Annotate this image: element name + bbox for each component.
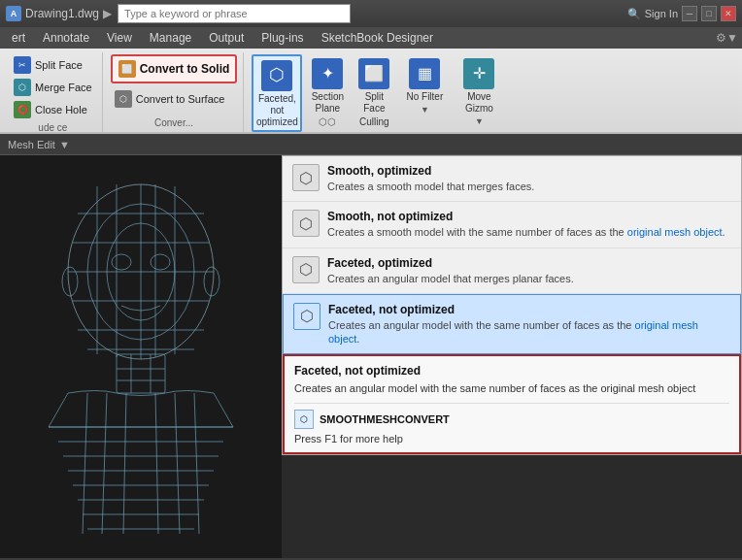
faceted-not-optimized-button[interactable]: ⬡ Faceted,not optimized <box>252 54 302 132</box>
section-plane-icon: ✦ <box>312 58 343 89</box>
merge-face-button[interactable]: ⬡ Merge Face <box>10 77 96 98</box>
convert-surface-label: Convert to Surface <box>136 93 225 105</box>
faceted-not-optimized-label: Faceted,not optimized <box>255 93 298 128</box>
search-bar[interactable] <box>118 4 351 23</box>
smooth-not-optimized-link: original mesh object <box>627 226 723 238</box>
culling-label: Split Face <box>354 91 393 115</box>
ribbon-group-view: ⬡ Faceted,not optimized ✦ SectionPlane ⬡… <box>246 52 510 132</box>
split-face-icon: ✂ <box>14 56 31 74</box>
smooth-not-optimized-icon: ⬡ <box>292 210 320 237</box>
face-group-label: ude ce <box>38 122 67 135</box>
convert-solid-label: Convert to Solid <box>140 62 230 76</box>
search-icon[interactable]: 🔍 <box>627 8 641 20</box>
faceted-not-optimized-menu-icon: ⬡ <box>293 303 320 330</box>
menu-item-manage[interactable]: Manage <box>142 29 199 47</box>
file-arrow: ▶ <box>103 7 112 20</box>
section-plane-extra-icon[interactable]: ⬡⬡ <box>319 116 336 128</box>
convert-group-label: Conver... <box>154 117 193 130</box>
info-box-help: Press F1 for more help <box>294 433 729 445</box>
filename-label: Drawing1.dwg <box>25 7 99 20</box>
menu-item-view[interactable]: View <box>99 29 140 47</box>
info-box-desc: Creates an angular model with the same n… <box>294 381 729 396</box>
viewport[interactable] <box>0 155 282 558</box>
dropdown-item-smooth-optimized[interactable]: ⬡ Smooth, optimized Creates a smooth mod… <box>283 156 741 202</box>
menu-item-insert[interactable]: ert <box>4 29 33 47</box>
minimize-button[interactable]: ─ <box>682 6 697 21</box>
no-filter-button[interactable]: ▦ No Filter ▼ <box>399 54 450 117</box>
dropdown-menu: ⬡ Smooth, optimized Creates a smooth mod… <box>282 155 742 455</box>
smooth-not-optimized-desc: Creates a smooth model with the same num… <box>327 226 725 238</box>
ribbon-group-convert: ⬜ Convert to Solid ⬡ Convert to Surface … <box>105 52 245 132</box>
split-face-label: Split Face <box>35 59 83 71</box>
mesh-edit-dropdown-arrow[interactable]: ▼ <box>59 139 70 150</box>
info-box: Faceted, not optimized Creates an angula… <box>283 354 741 453</box>
faceted-optimized-text: Faceted, optimized Creates an angular mo… <box>327 256 731 285</box>
culling-text: Culling <box>359 116 389 128</box>
menu-item-sketchbook[interactable]: SketchBook Designer <box>314 29 441 47</box>
smooth-not-optimized-text: Smooth, not optimized Creates a smooth m… <box>327 210 731 239</box>
section-plane-label: SectionPlane <box>312 91 344 115</box>
culling-button[interactable]: ⬜ Split Face Culling <box>353 54 395 130</box>
mesh-edit-section[interactable]: Mesh Edit ▼ <box>8 139 70 150</box>
move-gizmo-button[interactable]: ✛ Move Gizmo ▼ <box>454 54 504 129</box>
menu-item-output[interactable]: Output <box>201 29 252 47</box>
smooth-not-optimized-title: Smooth, not optimized <box>327 210 731 223</box>
merge-face-label: Merge Face <box>35 82 92 93</box>
section-plane-button[interactable]: ✦ SectionPlane ⬡⬡ <box>306 54 349 130</box>
move-gizmo-label: Move Gizmo <box>455 91 502 115</box>
no-filter-icon: ▦ <box>409 58 440 89</box>
section-label-bar: Mesh Edit ▼ <box>0 134 742 155</box>
split-face-button[interactable]: ✂ Split Face <box>10 54 96 76</box>
ribbon-group-face: ✂ Split Face ⬡ Merge Face ⭕ Close Hole u… <box>4 52 103 132</box>
title-bar: A Drawing1.dwg ▶ 🔍 Sign In ─ □ ✕ <box>0 0 742 27</box>
close-hole-label: Close Hole <box>35 104 87 115</box>
faceted-optimized-title: Faceted, optimized <box>327 256 731 270</box>
smooth-optimized-text: Smooth, optimized Creates a smooth model… <box>327 164 731 193</box>
faceted-optimized-icon: ⬡ <box>292 256 320 283</box>
menu-item-annotate[interactable]: Annotate <box>35 29 97 47</box>
face-tools-group: ✂ Split Face ⬡ Merge Face ⭕ Close Hole <box>10 54 96 120</box>
restore-button[interactable]: □ <box>701 6 717 21</box>
merge-face-icon: ⬡ <box>14 79 31 96</box>
smooth-optimized-title: Smooth, optimized <box>327 164 731 178</box>
faceted-not-optimized-link: original mesh object <box>328 319 698 345</box>
info-box-command-row: ⬡ SMOOTHMESHCONVERT <box>294 403 729 429</box>
app-icon: A <box>6 6 21 21</box>
ribbon-toggle-icon[interactable]: ⚙▼ <box>716 31 738 45</box>
title-bar-right: 🔍 Sign In ─ □ ✕ <box>627 6 736 21</box>
main-area: ⬡ Smooth, optimized Creates a smooth mod… <box>0 155 742 558</box>
dropdown-item-faceted-optimized[interactable]: ⬡ Faceted, optimized Creates an angular … <box>283 248 741 294</box>
faceted-not-optimized-icon: ⬡ <box>261 60 292 91</box>
culling-icon: ⬜ <box>358 58 389 89</box>
close-hole-button[interactable]: ⭕ Close Hole <box>10 99 96 120</box>
dropdown-item-smooth-not-optimized[interactable]: ⬡ Smooth, not optimized Creates a smooth… <box>283 202 741 247</box>
convert-to-surface-button[interactable]: ⬡ Convert to Surface <box>111 88 238 110</box>
smooth-optimized-icon: ⬡ <box>292 164 320 191</box>
convert-surface-icon: ⬡ <box>115 90 132 108</box>
move-gizmo-arrow[interactable]: ▼ <box>475 116 484 127</box>
menu-bar: ert Annotate View Manage Output Plug-ins… <box>0 27 742 49</box>
no-filter-label: No Filter <box>406 91 443 103</box>
close-hole-icon: ⭕ <box>14 101 31 118</box>
ribbon: ✂ Split Face ⬡ Merge Face ⭕ Close Hole u… <box>0 49 742 134</box>
menu-item-plugins[interactable]: Plug-ins <box>253 29 311 47</box>
title-bar-left: A Drawing1.dwg ▶ <box>6 6 112 21</box>
info-box-cmd-text: SMOOTHMESHCONVERT <box>320 413 450 425</box>
search-input[interactable] <box>124 8 344 19</box>
info-box-title: Faceted, not optimized <box>294 364 729 378</box>
dropdown-item-faceted-not-optimized[interactable]: ⬡ Faceted, not optimized Creates an angu… <box>283 294 741 355</box>
faceted-not-optimized-menu-desc: Creates an angular model with the same n… <box>328 319 698 345</box>
close-button[interactable]: ✕ <box>721 6 736 21</box>
no-filter-arrow[interactable]: ▼ <box>421 105 429 115</box>
mesh-svg <box>0 155 282 558</box>
faceted-optimized-desc: Creates an angular model that merges pla… <box>327 273 574 284</box>
mesh-edit-label: Mesh Edit <box>8 139 55 150</box>
faceted-not-optimized-menu-title: Faceted, not optimized <box>328 303 730 316</box>
sign-in-btn[interactable]: Sign In <box>645 8 678 19</box>
convert-solid-icon: ⬜ <box>118 60 136 78</box>
convert-to-solid-button[interactable]: ⬜ Convert to Solid <box>111 54 238 83</box>
convert-tools-group: ⬜ Convert to Solid ⬡ Convert to Surface <box>111 54 238 115</box>
info-box-cmd-icon: ⬡ <box>294 410 314 429</box>
move-gizmo-icon: ✛ <box>463 58 494 89</box>
smooth-optimized-desc: Creates a smooth model that merges faces… <box>327 181 534 192</box>
